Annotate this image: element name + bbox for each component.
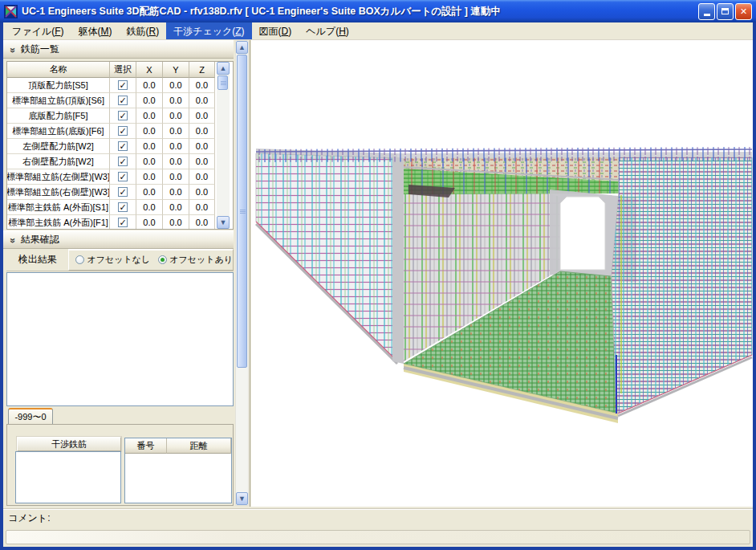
select-cell: ✓ — [110, 93, 136, 108]
offset-y-cell: 0.0 — [163, 124, 189, 139]
offset-radio-0[interactable]: オフセットなし — [75, 254, 150, 266]
table-scroll-down-icon[interactable]: ▼ — [217, 216, 230, 229]
detect-result-label: 検出結果 — [6, 249, 68, 271]
select-checkbox[interactable]: ✓ — [118, 172, 128, 181]
panel-scrollbar-thumb[interactable] — [237, 55, 247, 368]
status-bar-field — [6, 530, 750, 544]
offset-z-cell: 0.0 — [189, 124, 215, 139]
offset-x-cell: 0.0 — [136, 185, 163, 200]
tab-range[interactable]: -999〜0 — [8, 408, 53, 425]
rebar-name-cell: 標準部主鉄筋 A(外面)[S1] — [7, 200, 110, 215]
collapse-chevron-icon[interactable]: » — [7, 47, 18, 52]
panel-scroll-down-icon[interactable]: ▼ — [236, 492, 248, 505]
col-header-z: Z — [189, 62, 215, 78]
table-row[interactable]: 標準部組立筋(頂版)[S6]✓0.00.00.0 — [7, 93, 233, 108]
menu-item-0[interactable]: ファイル(F) — [5, 22, 71, 39]
viewport-3d[interactable] — [251, 40, 753, 507]
offset-y-cell: 0.0 — [163, 93, 189, 108]
rebar-name-cell: 標準部組立筋(底版)[F6] — [7, 124, 110, 139]
interference-listbox[interactable] — [15, 451, 121, 503]
radio-icon[interactable] — [158, 255, 167, 264]
collapse-chevron-icon[interactable]: » — [7, 238, 18, 242]
select-checkbox[interactable]: ✓ — [118, 218, 128, 227]
offset-z-cell: 0.0 — [189, 200, 215, 215]
select-cell: ✓ — [110, 215, 136, 230]
rebar-name-cell: 標準部組立筋(左側壁)[W3] — [7, 169, 110, 185]
offset-x-cell: 0.0 — [136, 154, 163, 169]
comment-bar: コメント: — [3, 508, 753, 528]
offset-y-cell: 0.0 — [163, 169, 189, 185]
radio-icon[interactable] — [75, 255, 84, 264]
table-row[interactable]: 標準部組立筋(底版)[F6]✓0.00.00.0 — [7, 124, 233, 139]
offset-z-cell: 0.0 — [189, 154, 215, 169]
col-header-x: X — [136, 62, 163, 78]
select-cell: ✓ — [110, 78, 136, 93]
offset-y-cell: 0.0 — [163, 215, 189, 230]
table-row[interactable]: 標準部主鉄筋 A(外面)[F1]✓0.00.00.0 — [7, 215, 233, 230]
scroll-grip — [221, 81, 226, 82]
main-area: » 鉄筋一覧 名称 選択 X Y Z 頂版配力筋[S5]✓0.00.00.0標準… — [3, 40, 753, 508]
table-row[interactable]: 頂版配力筋[S5]✓0.00.00.0 — [7, 78, 233, 93]
menu-bar: ファイル(F)躯体(M)鉄筋(R)干渉チェック(Z)図面(D)ヘルプ(H) — [3, 22, 753, 40]
offset-x-cell: 0.0 — [136, 108, 163, 124]
title-bar[interactable]: UC-1 Engineers Suite 3D配筋CAD - rfv138D.r… — [0, 0, 756, 22]
offset-z-cell: 0.0 — [189, 108, 215, 124]
menu-item-3[interactable]: 干渉チェック(Z) — [166, 22, 251, 39]
table-scroll-up-icon[interactable]: ▲ — [217, 62, 230, 75]
select-checkbox[interactable]: ✓ — [118, 111, 128, 120]
table-scrollbar[interactable]: ▲ ▼ — [217, 62, 230, 230]
select-cell: ✓ — [110, 169, 136, 185]
panel-scroll-up-icon[interactable]: ▲ — [236, 41, 248, 54]
select-checkbox[interactable]: ✓ — [118, 96, 128, 105]
select-cell: ✓ — [110, 185, 136, 200]
offset-radio-1[interactable]: オフセットあり — [158, 254, 233, 266]
section-header-rebar-list[interactable]: » 鉄筋一覧 — [3, 40, 234, 59]
minimize-button[interactable] — [698, 3, 715, 20]
result-check-title: 結果確認 — [21, 233, 59, 246]
menu-item-1[interactable]: 躯体(M) — [71, 22, 119, 39]
select-checkbox[interactable]: ✓ — [118, 187, 128, 197]
window-title: UC-1 Engineers Suite 3D配筋CAD - rfv138D.r… — [22, 5, 697, 18]
close-icon: ✕ — [740, 6, 747, 17]
offset-z-cell: 0.0 — [189, 185, 215, 200]
close-button[interactable]: ✕ — [735, 3, 752, 20]
offset-y-cell: 0.0 — [163, 185, 189, 200]
offset-y-cell: 0.0 — [163, 154, 189, 169]
panel-scrollbar[interactable]: ▲ ▼ — [235, 40, 249, 506]
offset-x-cell: 0.0 — [136, 93, 163, 108]
table-scrollbar-thumb[interactable] — [217, 75, 228, 90]
offset-radio-group: オフセットなしオフセットあり — [68, 249, 234, 271]
detect-result-listbox[interactable] — [6, 272, 234, 406]
radio-label: オフセットあり — [169, 254, 233, 266]
select-cell: ✓ — [110, 139, 136, 154]
table-row[interactable]: 標準部組立筋(右側壁)[W3]✓0.00.00.0 — [7, 185, 233, 200]
offset-z-cell: 0.0 — [189, 215, 215, 230]
select-cell: ✓ — [110, 200, 136, 215]
offset-x-cell: 0.0 — [136, 139, 163, 154]
menu-item-5[interactable]: ヘルプ(H) — [299, 22, 356, 39]
select-checkbox[interactable]: ✓ — [118, 80, 128, 90]
status-bar — [3, 528, 753, 547]
select-checkbox[interactable]: ✓ — [118, 126, 128, 136]
table-row[interactable]: 標準部主鉄筋 A(外面)[S1]✓0.00.00.0 — [7, 200, 233, 215]
table-row[interactable]: 右側壁配力筋[W2]✓0.00.00.0 — [7, 154, 233, 169]
distance-table[interactable]: 番号 距離 — [124, 438, 232, 503]
table-row[interactable]: 左側壁配力筋[W2]✓0.00.00.0 — [7, 139, 233, 154]
col-header-name: 名称 — [7, 62, 110, 78]
select-cell: ✓ — [110, 124, 136, 139]
scroll-grip — [240, 210, 246, 210]
interference-tab-pane: 干渉鉄筋 番号 距離 — [6, 424, 234, 506]
table-row[interactable]: 底版配力筋[F5]✓0.00.00.0 — [7, 108, 233, 124]
menu-item-2[interactable]: 鉄筋(R) — [119, 22, 166, 39]
table-row[interactable]: 標準部組立筋(左側壁)[W3]✓0.00.00.0 — [7, 169, 233, 185]
section-header-result-check[interactable]: » 結果確認 — [3, 230, 234, 249]
select-checkbox[interactable]: ✓ — [118, 202, 128, 212]
select-checkbox[interactable]: ✓ — [118, 141, 128, 151]
offset-x-cell: 0.0 — [136, 124, 163, 139]
select-checkbox[interactable]: ✓ — [118, 157, 128, 166]
maximize-icon — [721, 8, 729, 14]
menu-item-4[interactable]: 図面(D) — [252, 22, 299, 39]
rebar-table-header: 名称 選択 X Y Z — [7, 62, 233, 78]
maximize-button[interactable] — [717, 3, 734, 20]
distance-table-header: 番号 距離 — [125, 438, 231, 454]
